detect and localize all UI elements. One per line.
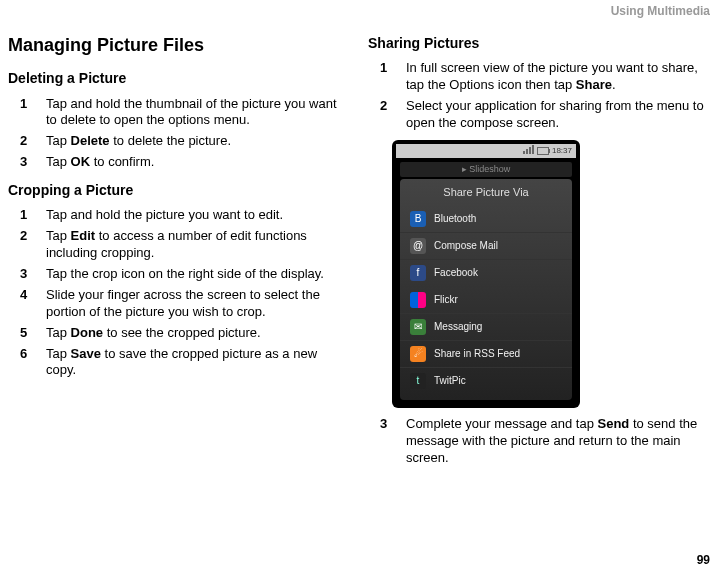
share-row: @Compose Mail [400, 232, 572, 259]
phone-status-bar: 18:37 [396, 144, 576, 158]
step-number: 2 [368, 98, 406, 132]
compose-mail-icon: @ [410, 238, 426, 254]
step-text: Tap the crop icon on the right side of t… [46, 266, 350, 283]
share-row-label: Bluetooth [434, 212, 476, 225]
step-number: 3 [8, 154, 46, 171]
step-number: 5 [8, 325, 46, 342]
share-row: Flickr [400, 286, 572, 313]
right-column: Sharing Pictures 1In full screen view of… [368, 30, 710, 470]
step-text: Tap Edit to access a number of edit func… [46, 228, 350, 262]
clock-time: 18:37 [552, 146, 572, 156]
list-item: 2Tap Delete to delete the picture. [8, 133, 350, 150]
step-text: Tap and hold the picture you want to edi… [46, 207, 350, 224]
step-text: Tap OK to confirm. [46, 154, 350, 171]
share-row-label: Share in RSS Feed [434, 347, 520, 360]
step-text: Tap and hold the thumbnail of the pictur… [46, 96, 350, 130]
step-number: 4 [8, 287, 46, 321]
battery-icon [537, 147, 549, 155]
deleting-steps: 1Tap and hold the thumbnail of the pictu… [8, 96, 350, 172]
sharing-steps-before: 1In full screen view of the picture you … [368, 60, 710, 132]
share-row-label: Facebook [434, 266, 478, 279]
step-number: 6 [8, 346, 46, 380]
share-row-label: Flickr [434, 293, 458, 306]
step-number: 3 [368, 416, 406, 467]
share-row: ✉Messaging [400, 313, 572, 340]
messaging-icon: ✉ [410, 319, 426, 335]
flickr-icon [410, 292, 426, 308]
step-number: 2 [8, 228, 46, 262]
share-row: BBluetooth [400, 206, 572, 232]
subheading-sharing: Sharing Pictures [368, 34, 710, 52]
list-item: 1In full screen view of the picture you … [368, 60, 710, 94]
list-item: 1Tap and hold the picture you want to ed… [8, 207, 350, 224]
step-text: Tap Delete to delete the picture. [46, 133, 350, 150]
list-item: 6Tap Save to save the cropped picture as… [8, 346, 350, 380]
facebook-icon: f [410, 265, 426, 281]
step-text: In full screen view of the picture you w… [406, 60, 710, 94]
phone-body: ▸ Slideshow Share Picture Via BBluetooth… [396, 158, 576, 404]
page-content: Managing Picture Files Deleting a Pictur… [0, 0, 726, 500]
share-row: ☄Share in RSS Feed [400, 340, 572, 367]
step-number: 3 [8, 266, 46, 283]
share-row-label: TwitPic [434, 374, 466, 387]
share-panel: Share Picture Via BBluetooth@Compose Mai… [400, 179, 572, 399]
cropping-steps: 1Tap and hold the picture you want to ed… [8, 207, 350, 379]
step-text: Slide your finger across the screen to s… [46, 287, 350, 321]
list-item: 5Tap Done to see the cropped picture. [8, 325, 350, 342]
section-title: Managing Picture Files [8, 34, 350, 57]
step-text: Select your application for sharing from… [406, 98, 710, 132]
step-text: Tap Done to see the cropped picture. [46, 325, 350, 342]
share-row: tTwitPic [400, 367, 572, 394]
step-number: 1 [8, 207, 46, 224]
left-column: Managing Picture Files Deleting a Pictur… [8, 30, 350, 470]
sharing-steps-after: 3Complete your message and tap Send to s… [368, 416, 710, 467]
list-item: 3Tap OK to confirm. [8, 154, 350, 171]
subheading-deleting: Deleting a Picture [8, 69, 350, 87]
chapter-heading: Using Multimedia [611, 4, 710, 18]
subheading-cropping: Cropping a Picture [8, 181, 350, 199]
list-item: 3Complete your message and tap Send to s… [368, 416, 710, 467]
share-row-label: Compose Mail [434, 239, 498, 252]
step-text: Tap Save to save the cropped picture as … [46, 346, 350, 380]
list-item: 2Tap Edit to access a number of edit fun… [8, 228, 350, 262]
slideshow-bar: ▸ Slideshow [400, 162, 572, 178]
phone-illustration: 18:37 ▸ Slideshow Share Picture Via BBlu… [392, 140, 580, 408]
list-item: 3Tap the crop icon on the right side of … [8, 266, 350, 283]
twitpic-icon: t [410, 373, 426, 389]
signal-icon [522, 145, 534, 157]
step-number: 2 [8, 133, 46, 150]
step-number: 1 [368, 60, 406, 94]
bluetooth-icon: B [410, 211, 426, 227]
list-item: 4Slide your finger across the screen to … [8, 287, 350, 321]
share-in-rss-feed-icon: ☄ [410, 346, 426, 362]
page-number: 99 [697, 553, 710, 567]
share-row-label: Messaging [434, 320, 482, 333]
list-item: 1Tap and hold the thumbnail of the pictu… [8, 96, 350, 130]
share-panel-title: Share Picture Via [400, 183, 572, 205]
share-row: fFacebook [400, 259, 572, 286]
step-text: Complete your message and tap Send to se… [406, 416, 710, 467]
step-number: 1 [8, 96, 46, 130]
list-item: 2Select your application for sharing fro… [368, 98, 710, 132]
